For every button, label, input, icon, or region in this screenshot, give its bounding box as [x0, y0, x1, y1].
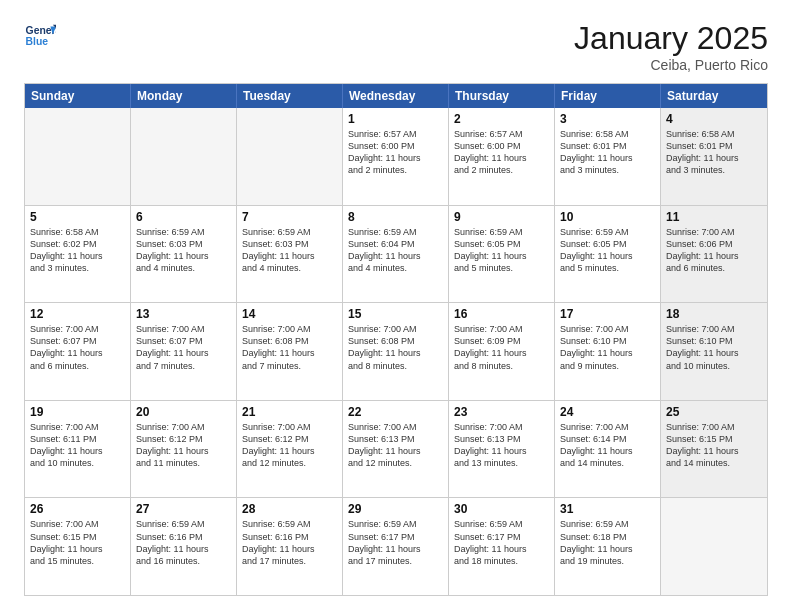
day-number: 3 — [560, 112, 655, 126]
calendar-header: SundayMondayTuesdayWednesdayThursdayFrid… — [25, 84, 767, 108]
day-info: Sunrise: 7:00 AM Sunset: 6:06 PM Dayligh… — [666, 226, 762, 275]
day-info: Sunrise: 6:57 AM Sunset: 6:00 PM Dayligh… — [348, 128, 443, 177]
day-number: 27 — [136, 502, 231, 516]
calendar-cell: 4Sunrise: 6:58 AM Sunset: 6:01 PM Daylig… — [661, 108, 767, 205]
day-number: 29 — [348, 502, 443, 516]
day-number: 30 — [454, 502, 549, 516]
header: General Blue January 2025 Ceiba, Puerto … — [24, 20, 768, 73]
calendar-cell: 24Sunrise: 7:00 AM Sunset: 6:14 PM Dayli… — [555, 401, 661, 498]
day-number: 25 — [666, 405, 762, 419]
logo: General Blue — [24, 20, 56, 52]
day-info: Sunrise: 7:00 AM Sunset: 6:14 PM Dayligh… — [560, 421, 655, 470]
calendar-cell: 11Sunrise: 7:00 AM Sunset: 6:06 PM Dayli… — [661, 206, 767, 303]
day-number: 23 — [454, 405, 549, 419]
calendar-cell: 21Sunrise: 7:00 AM Sunset: 6:12 PM Dayli… — [237, 401, 343, 498]
calendar-cell: 17Sunrise: 7:00 AM Sunset: 6:10 PM Dayli… — [555, 303, 661, 400]
day-info: Sunrise: 6:59 AM Sunset: 6:16 PM Dayligh… — [136, 518, 231, 567]
calendar-cell: 13Sunrise: 7:00 AM Sunset: 6:07 PM Dayli… — [131, 303, 237, 400]
day-info: Sunrise: 6:59 AM Sunset: 6:17 PM Dayligh… — [454, 518, 549, 567]
day-number: 20 — [136, 405, 231, 419]
day-number: 17 — [560, 307, 655, 321]
svg-text:Blue: Blue — [26, 36, 49, 47]
calendar-cell: 9Sunrise: 6:59 AM Sunset: 6:05 PM Daylig… — [449, 206, 555, 303]
day-info: Sunrise: 6:59 AM Sunset: 6:16 PM Dayligh… — [242, 518, 337, 567]
day-number: 11 — [666, 210, 762, 224]
calendar-cell — [661, 498, 767, 595]
calendar-cell: 28Sunrise: 6:59 AM Sunset: 6:16 PM Dayli… — [237, 498, 343, 595]
day-number: 24 — [560, 405, 655, 419]
day-info: Sunrise: 7:00 AM Sunset: 6:07 PM Dayligh… — [136, 323, 231, 372]
day-info: Sunrise: 6:59 AM Sunset: 6:03 PM Dayligh… — [242, 226, 337, 275]
day-number: 13 — [136, 307, 231, 321]
day-number: 19 — [30, 405, 125, 419]
calendar-cell: 3Sunrise: 6:58 AM Sunset: 6:01 PM Daylig… — [555, 108, 661, 205]
day-number: 22 — [348, 405, 443, 419]
day-number: 8 — [348, 210, 443, 224]
calendar-cell: 1Sunrise: 6:57 AM Sunset: 6:00 PM Daylig… — [343, 108, 449, 205]
day-info: Sunrise: 7:00 AM Sunset: 6:10 PM Dayligh… — [666, 323, 762, 372]
calendar-cell: 16Sunrise: 7:00 AM Sunset: 6:09 PM Dayli… — [449, 303, 555, 400]
day-info: Sunrise: 7:00 AM Sunset: 6:13 PM Dayligh… — [454, 421, 549, 470]
calendar-cell: 20Sunrise: 7:00 AM Sunset: 6:12 PM Dayli… — [131, 401, 237, 498]
calendar-body: 1Sunrise: 6:57 AM Sunset: 6:00 PM Daylig… — [25, 108, 767, 595]
calendar-row-1: 5Sunrise: 6:58 AM Sunset: 6:02 PM Daylig… — [25, 205, 767, 303]
calendar-cell: 7Sunrise: 6:59 AM Sunset: 6:03 PM Daylig… — [237, 206, 343, 303]
day-info: Sunrise: 7:00 AM Sunset: 6:09 PM Dayligh… — [454, 323, 549, 372]
calendar-cell — [25, 108, 131, 205]
day-info: Sunrise: 7:00 AM Sunset: 6:08 PM Dayligh… — [242, 323, 337, 372]
day-number: 18 — [666, 307, 762, 321]
calendar-cell: 29Sunrise: 6:59 AM Sunset: 6:17 PM Dayli… — [343, 498, 449, 595]
day-info: Sunrise: 7:00 AM Sunset: 6:07 PM Dayligh… — [30, 323, 125, 372]
day-info: Sunrise: 7:00 AM Sunset: 6:13 PM Dayligh… — [348, 421, 443, 470]
calendar-cell: 14Sunrise: 7:00 AM Sunset: 6:08 PM Dayli… — [237, 303, 343, 400]
day-info: Sunrise: 6:59 AM Sunset: 6:03 PM Dayligh… — [136, 226, 231, 275]
title-block: January 2025 Ceiba, Puerto Rico — [574, 20, 768, 73]
day-info: Sunrise: 6:58 AM Sunset: 6:02 PM Dayligh… — [30, 226, 125, 275]
day-info: Sunrise: 6:58 AM Sunset: 6:01 PM Dayligh… — [666, 128, 762, 177]
calendar-cell: 27Sunrise: 6:59 AM Sunset: 6:16 PM Dayli… — [131, 498, 237, 595]
weekday-header-monday: Monday — [131, 84, 237, 108]
weekday-header-saturday: Saturday — [661, 84, 767, 108]
day-info: Sunrise: 7:00 AM Sunset: 6:08 PM Dayligh… — [348, 323, 443, 372]
day-info: Sunrise: 7:00 AM Sunset: 6:15 PM Dayligh… — [666, 421, 762, 470]
day-number: 9 — [454, 210, 549, 224]
calendar-cell — [237, 108, 343, 205]
day-info: Sunrise: 6:58 AM Sunset: 6:01 PM Dayligh… — [560, 128, 655, 177]
calendar-cell: 31Sunrise: 6:59 AM Sunset: 6:18 PM Dayli… — [555, 498, 661, 595]
day-info: Sunrise: 6:59 AM Sunset: 6:17 PM Dayligh… — [348, 518, 443, 567]
calendar-cell: 15Sunrise: 7:00 AM Sunset: 6:08 PM Dayli… — [343, 303, 449, 400]
calendar-cell: 26Sunrise: 7:00 AM Sunset: 6:15 PM Dayli… — [25, 498, 131, 595]
day-number: 4 — [666, 112, 762, 126]
day-number: 6 — [136, 210, 231, 224]
day-number: 1 — [348, 112, 443, 126]
day-number: 21 — [242, 405, 337, 419]
page: General Blue January 2025 Ceiba, Puerto … — [0, 0, 792, 612]
calendar: SundayMondayTuesdayWednesdayThursdayFrid… — [24, 83, 768, 596]
day-number: 12 — [30, 307, 125, 321]
calendar-row-3: 19Sunrise: 7:00 AM Sunset: 6:11 PM Dayli… — [25, 400, 767, 498]
day-number: 5 — [30, 210, 125, 224]
day-info: Sunrise: 7:00 AM Sunset: 6:12 PM Dayligh… — [242, 421, 337, 470]
day-info: Sunrise: 7:00 AM Sunset: 6:12 PM Dayligh… — [136, 421, 231, 470]
calendar-cell: 6Sunrise: 6:59 AM Sunset: 6:03 PM Daylig… — [131, 206, 237, 303]
weekday-header-sunday: Sunday — [25, 84, 131, 108]
day-number: 31 — [560, 502, 655, 516]
day-info: Sunrise: 6:59 AM Sunset: 6:18 PM Dayligh… — [560, 518, 655, 567]
calendar-cell: 23Sunrise: 7:00 AM Sunset: 6:13 PM Dayli… — [449, 401, 555, 498]
weekday-header-wednesday: Wednesday — [343, 84, 449, 108]
day-number: 15 — [348, 307, 443, 321]
location-subtitle: Ceiba, Puerto Rico — [574, 57, 768, 73]
day-number: 2 — [454, 112, 549, 126]
weekday-header-tuesday: Tuesday — [237, 84, 343, 108]
month-title: January 2025 — [574, 20, 768, 57]
calendar-row-0: 1Sunrise: 6:57 AM Sunset: 6:00 PM Daylig… — [25, 108, 767, 205]
day-info: Sunrise: 6:59 AM Sunset: 6:05 PM Dayligh… — [454, 226, 549, 275]
calendar-row-4: 26Sunrise: 7:00 AM Sunset: 6:15 PM Dayli… — [25, 497, 767, 595]
calendar-cell: 19Sunrise: 7:00 AM Sunset: 6:11 PM Dayli… — [25, 401, 131, 498]
day-number: 16 — [454, 307, 549, 321]
day-number: 7 — [242, 210, 337, 224]
calendar-cell: 30Sunrise: 6:59 AM Sunset: 6:17 PM Dayli… — [449, 498, 555, 595]
day-number: 14 — [242, 307, 337, 321]
day-info: Sunrise: 6:59 AM Sunset: 6:05 PM Dayligh… — [560, 226, 655, 275]
day-number: 10 — [560, 210, 655, 224]
